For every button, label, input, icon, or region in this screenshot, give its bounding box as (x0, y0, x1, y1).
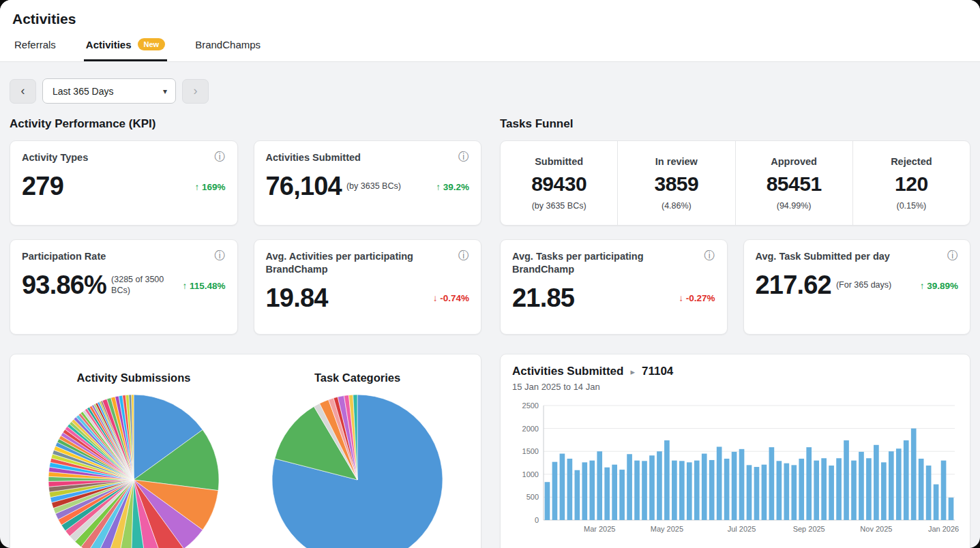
chart-date-range: 15 Jan 2025 to 14 Jan (512, 382, 958, 392)
kpi-value-wrap: 76,104 (by 3635 BCs) (266, 173, 401, 200)
svg-text:Sep 2025: Sep 2025 (793, 525, 825, 533)
stage-sub: (0.15%) (896, 201, 926, 211)
tab-brandchamps[interactable]: BrandChamps (193, 38, 263, 61)
kpi-grid: Activity Types ⓘ 279 ↑ 169% (10, 140, 481, 335)
content-area: ‹ Last 365 Days ▾ › Activity Performance… (0, 62, 980, 548)
stage-value: 120 (895, 172, 928, 196)
kpi-value: 76,104 (266, 173, 342, 200)
task-categories-pie-chart (271, 394, 443, 548)
kpi-value-wrap: 279 (22, 173, 63, 200)
info-icon[interactable]: ⓘ (947, 250, 958, 261)
info-icon[interactable]: ⓘ (215, 151, 226, 162)
trend-value: 169% (202, 182, 226, 192)
svg-text:1000: 1000 (522, 470, 539, 478)
tasks-funnel-card: Submitted 89430 (by 3635 BCs) In review … (500, 140, 970, 226)
stage-label: Rejected (891, 156, 932, 167)
chevron-right-icon: › (194, 84, 198, 98)
kpi-trend: ↓ -0.74% (433, 293, 469, 303)
activities-submitted-chart-card: Activities Submitted ▸ 71104 15 Jan 2025… (500, 354, 970, 548)
trend-up-icon: ↑ (194, 182, 199, 192)
kpi-card-activity-types: Activity Types ⓘ 279 ↑ 169% (10, 140, 238, 226)
info-icon[interactable]: ⓘ (458, 250, 469, 261)
trend-value: -0.27% (686, 293, 715, 303)
trend-up-icon: ↑ (920, 281, 925, 291)
card-title: Avg. Tasks per participating BrandChamp (512, 250, 699, 276)
funnel-stage-in-review: In review 3859 (4.86%) (618, 141, 735, 225)
activity-submissions-block: Activity Submissions (22, 369, 246, 548)
pie-chart-title: Activity Submissions (77, 371, 191, 384)
trend-value: 39.2% (443, 182, 469, 192)
kpi-card-avg-task-per-day: Avg. Task Submitted per day ⓘ 217.62 (Fo… (743, 239, 971, 335)
kpi-trend: ↑ 39.2% (436, 182, 469, 192)
tab-label: BrandChamps (195, 39, 261, 50)
kpi-value-wrap: 21.85 (512, 285, 574, 312)
chevron-left-icon: ‹ (21, 84, 25, 98)
kpi-trend: ↑ 169% (194, 182, 225, 192)
svg-text:500: 500 (526, 493, 539, 502)
svg-text:0: 0 (535, 516, 539, 524)
kpi-value: 217.62 (756, 272, 831, 299)
kpi-card-participation-rate: Participation Rate ⓘ 93.86% (3285 of 350… (10, 239, 238, 335)
kpi-value: 21.85 (512, 285, 574, 312)
activity-submissions-pie-chart (48, 394, 220, 548)
kpi-card-activities-submitted: Activities Submitted ⓘ 76,104 (by 3635 B… (254, 140, 482, 226)
chart-header: Activities Submitted ▸ 71104 (512, 365, 958, 378)
trend-value: 115.48% (190, 281, 226, 291)
svg-text:May 2025: May 2025 (651, 525, 683, 533)
chart-total: 71104 (642, 365, 673, 378)
activities-dashboard: Activities Referrals Activities New Bran… (0, 0, 980, 548)
page-header: Activities Referrals Activities New Bran… (0, 0, 980, 61)
new-badge: New (138, 38, 166, 50)
drill-arrow-icon: ▸ (630, 367, 635, 377)
trend-down-icon: ↓ (433, 293, 438, 303)
kpi-value: 279 (22, 173, 63, 200)
kpi-trend: ↓ -0.27% (679, 293, 715, 303)
tab-label: Referrals (14, 39, 56, 50)
tab-referrals[interactable]: Referrals (12, 38, 58, 61)
trend-up-icon: ↑ (182, 281, 187, 291)
tab-label: Activities (86, 39, 132, 50)
kpi-value: 93.86% (22, 272, 106, 299)
pie-chart-title: Task Categories (314, 371, 400, 384)
kpi-value-wrap: 93.86% (3285 of 3500 BCs) (22, 272, 182, 299)
stage-value: 3859 (655, 172, 699, 196)
info-icon[interactable]: ⓘ (215, 250, 226, 261)
kpi-trend: ↑ 115.48% (182, 281, 225, 291)
info-icon[interactable]: ⓘ (458, 151, 469, 162)
card-title: Avg. Activities per participating BrandC… (266, 250, 423, 276)
trend-value: -0.74% (440, 293, 469, 303)
kpi-card-avg-activities: Avg. Activities per participating BrandC… (254, 239, 482, 335)
kpi-note: (For 365 days) (836, 280, 891, 291)
svg-text:Jul 2025: Jul 2025 (728, 525, 756, 533)
svg-text:Jan 2026: Jan 2026 (928, 525, 959, 533)
funnel-stage-rejected: Rejected 120 (0.15%) (853, 141, 970, 225)
info-icon[interactable]: ⓘ (704, 250, 715, 261)
funnel-stage-approved: Approved 85451 (94.99%) (736, 141, 853, 225)
stage-label: In review (655, 156, 698, 167)
kpi-note: (by 3635 BCs) (346, 181, 401, 192)
stage-sub: (by 3635 BCs) (532, 201, 586, 211)
stage-label: Approved (771, 156, 817, 167)
kpi-note: (3285 of 3500 BCs) (111, 275, 182, 296)
kpi-column: Activity Performance (KPI) Activity Type… (10, 117, 481, 548)
card-title: Activity Types (22, 151, 88, 164)
kpi-card-avg-tasks: Avg. Tasks per participating BrandChamp … (500, 239, 728, 335)
svg-text:2500: 2500 (522, 401, 539, 410)
trend-value: 39.89% (927, 281, 958, 291)
date-range-value: Last 365 Days (53, 86, 114, 97)
tab-bar: Referrals Activities New BrandChamps (12, 38, 968, 61)
stage-value: 89430 (531, 172, 586, 196)
next-period-button[interactable]: › (182, 79, 209, 104)
date-range-select[interactable]: Last 365 Days ▾ (42, 78, 176, 104)
tab-activities[interactable]: Activities New (84, 38, 167, 61)
stage-sub: (4.86%) (662, 201, 692, 211)
kpi-value: 19.84 (266, 285, 328, 312)
prev-period-button[interactable]: ‹ (10, 79, 36, 104)
date-navigation: ‹ Last 365 Days ▾ › (10, 78, 970, 104)
svg-text:Mar 2025: Mar 2025 (584, 525, 615, 533)
trend-up-icon: ↑ (436, 182, 441, 192)
stage-label: Submitted (535, 156, 583, 167)
funnel-column: Tasks Funnel Submitted 89430 (by 3635 BC… (500, 117, 970, 548)
pie-charts-card: Activity Submissions Task Categories (10, 354, 481, 548)
kpi-value-wrap: 19.84 (266, 285, 328, 312)
